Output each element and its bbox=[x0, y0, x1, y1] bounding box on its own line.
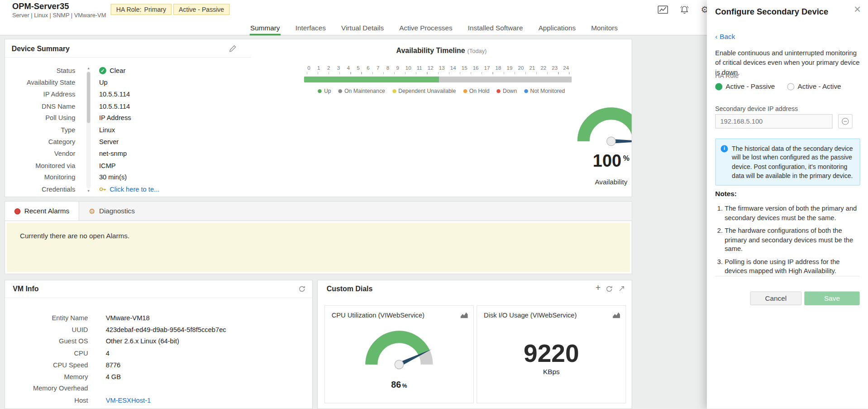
legend-item: Not Monitored bbox=[524, 88, 565, 94]
legend-label: On Maintenance bbox=[344, 88, 385, 94]
refresh-icon[interactable] bbox=[298, 285, 305, 293]
value-link[interactable]: VM-ESXHost-1 bbox=[106, 396, 151, 404]
secondary-ip-input[interactable] bbox=[715, 114, 832, 129]
property-value: 423debaf-ed49-d9ab-9564-5f8f5cceb7ec bbox=[106, 326, 226, 333]
hour-label: 4 bbox=[346, 65, 351, 71]
hour-label: 8 bbox=[386, 65, 390, 71]
back-link[interactable]: ‹Back bbox=[715, 33, 735, 40]
radio-selected-icon[interactable] bbox=[715, 83, 722, 90]
legend-dot bbox=[339, 89, 343, 93]
hour-label: 24 bbox=[563, 65, 569, 71]
value-text: 423debaf-ed49-d9ab-9564-5f8f5cceb7ec bbox=[106, 326, 226, 333]
ha-mode-badge: Active - Passive bbox=[173, 4, 230, 15]
legend-dot bbox=[496, 89, 501, 93]
legend-label: Not Monitored bbox=[530, 88, 565, 94]
property-label: Memory bbox=[10, 373, 88, 380]
property-row: TypeLinux bbox=[10, 124, 248, 136]
property-row: CPU4 bbox=[10, 347, 306, 359]
panel-title: Configure Secondary Device bbox=[715, 7, 828, 16]
ha-role-option-active-active[interactable]: Active - Active bbox=[787, 82, 841, 90]
device-meta: Server | Linux | SNMP | VMware-VM bbox=[12, 12, 106, 19]
tab-installed-software[interactable]: Installed Software bbox=[467, 22, 524, 35]
radio-unselected-icon[interactable] bbox=[787, 83, 794, 90]
property-label: CPU Speed bbox=[10, 361, 88, 369]
value-text: 30 min(s) bbox=[99, 173, 127, 181]
area-chart-icon[interactable] bbox=[612, 311, 620, 321]
property-label: Type bbox=[10, 126, 75, 134]
property-row: UUID423debaf-ed49-d9ab-9564-5f8f5cceb7ec bbox=[10, 324, 306, 336]
vm-info-header: VM Info bbox=[5, 280, 312, 298]
value-text: Linux bbox=[99, 126, 115, 134]
remove-secondary-icon[interactable] bbox=[838, 114, 853, 129]
add-dial-icon[interactable]: + bbox=[596, 284, 601, 293]
property-row: IP Address10.5.5.114 bbox=[10, 88, 248, 100]
hour-label: 21 bbox=[529, 65, 535, 71]
scroll-up-icon[interactable]: ▲ bbox=[87, 66, 90, 71]
value-text: ICMP bbox=[99, 162, 116, 169]
refresh-icon[interactable] bbox=[606, 285, 613, 293]
hour-label: 19 bbox=[507, 65, 513, 71]
notes-title: Notes: bbox=[715, 190, 737, 198]
performance-chart-icon[interactable] bbox=[658, 5, 668, 14]
disk-io-value: 9220 bbox=[477, 339, 625, 368]
tab-applications[interactable]: Applications bbox=[538, 22, 576, 35]
expand-icon[interactable] bbox=[618, 285, 625, 292]
hour-label: 12 bbox=[428, 65, 434, 71]
scrollbar-track[interactable] bbox=[86, 71, 91, 188]
device-name: OPM-Server35 bbox=[12, 1, 69, 10]
property-value: VM-ESXHost-1 bbox=[106, 396, 151, 404]
tab-summary[interactable]: Summary bbox=[250, 22, 281, 35]
property-label: IP Address bbox=[10, 91, 75, 98]
device-summary-scrollbar[interactable]: ▲ ▼ bbox=[86, 66, 91, 193]
note-item: Polling is done using IP address for the… bbox=[725, 257, 863, 275]
hour-label: 11 bbox=[417, 65, 422, 71]
hour-label: 23 bbox=[552, 65, 558, 71]
property-label: Status bbox=[10, 67, 75, 75]
property-label: Monitoring bbox=[10, 173, 75, 181]
timeline-ticks bbox=[307, 72, 570, 74]
tab-diagnostics[interactable]: ⚙ Diagnostics bbox=[79, 202, 144, 221]
property-label: Poll Using bbox=[10, 114, 75, 122]
tab-active-processes[interactable]: Active Processes bbox=[399, 22, 453, 35]
property-value: Click here to te... bbox=[99, 185, 159, 193]
legend-dot bbox=[463, 89, 467, 93]
value-text: IP Address bbox=[99, 114, 131, 122]
property-row: Monitored viaICMP bbox=[10, 159, 248, 171]
dial-title: CPU Utilization (VIWebService) bbox=[332, 311, 459, 319]
alarm-bell-icon[interactable] bbox=[680, 5, 689, 14]
property-value: Other 2.6.x Linux (64-bit) bbox=[106, 337, 179, 345]
value-link[interactable]: Click here to te... bbox=[110, 185, 159, 193]
save-button[interactable]: Save bbox=[804, 291, 859, 305]
property-row: CategoryServer bbox=[10, 136, 248, 148]
property-row: CPU Speed8776 bbox=[10, 359, 306, 371]
hour-label: 17 bbox=[484, 65, 490, 71]
hour-label: 22 bbox=[540, 65, 546, 71]
vm-info-panel: VM Info Entity NameVMware-VM18UUID423deb… bbox=[5, 280, 313, 409]
property-value: 30 min(s) bbox=[99, 173, 127, 181]
property-row: Entity NameVMware-VM18 bbox=[10, 312, 306, 324]
back-label: Back bbox=[720, 33, 735, 40]
property-row: Vendornet-snmp bbox=[10, 148, 248, 159]
property-label: UUID bbox=[10, 326, 88, 333]
scrollbar-thumb[interactable] bbox=[87, 72, 90, 123]
value-text: 10.5.5.114 bbox=[99, 102, 130, 110]
scroll-down-icon[interactable]: ▼ bbox=[87, 189, 90, 193]
property-value: 8776 bbox=[106, 361, 121, 369]
property-row: Memory4 GB bbox=[10, 371, 306, 383]
ha-role-label: HA Role bbox=[715, 72, 739, 79]
device-summary-column: Device Summary Status✓ClearAvailability … bbox=[5, 39, 251, 197]
tab-monitors[interactable]: Monitors bbox=[591, 22, 618, 35]
tab-interfaces[interactable]: Interfaces bbox=[295, 22, 326, 35]
tab-virtual-details[interactable]: Virtual Details bbox=[341, 22, 384, 35]
ha-role-option-active-passive[interactable]: Active - Passive bbox=[715, 82, 775, 90]
value-text: 10.5.5.114 bbox=[99, 91, 130, 98]
alarms-tab-bar: Recent Alarms ⚙ Diagnostics bbox=[5, 202, 632, 221]
timeline-title: Availability Timeline(Today) bbox=[251, 47, 631, 55]
area-chart-icon[interactable] bbox=[460, 311, 468, 321]
cancel-button[interactable]: Cancel bbox=[750, 291, 801, 305]
close-icon[interactable]: × bbox=[854, 3, 861, 15]
alarms-panel: Recent Alarms ⚙ Diagnostics Currently th… bbox=[5, 201, 632, 274]
tab-recent-alarms[interactable]: Recent Alarms bbox=[5, 202, 79, 221]
edit-pencil-icon[interactable] bbox=[229, 44, 236, 54]
hour-label: 2 bbox=[326, 65, 331, 71]
